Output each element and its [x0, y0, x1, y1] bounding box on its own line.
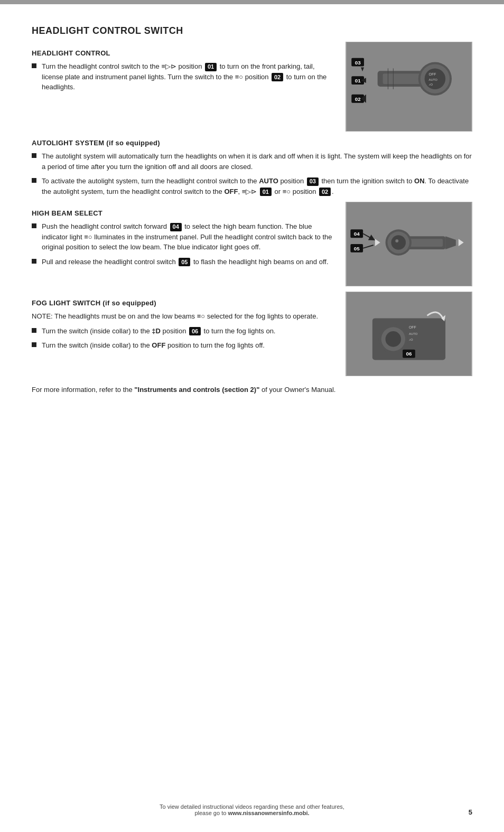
bullet-fl2: Turn the switch (inside collar) to the O…: [32, 340, 335, 351]
svg-text:02: 02: [355, 96, 361, 102]
bullet-hb1-text: Push the headlight control switch forwar…: [42, 221, 335, 253]
bullet-icon: [32, 178, 36, 183]
badge-05: 05: [179, 258, 190, 266]
bullet-hb2: Pull and release the headlight control s…: [32, 257, 335, 267]
bullet-hc1: Turn the headlight control switch to the…: [32, 61, 335, 92]
footer-website: www.nissanownersinfo.mobi.: [228, 810, 309, 816]
svg-text:♪O: ♪O: [409, 338, 413, 341]
svg-text:06: 06: [406, 351, 412, 357]
fog-note: NOTE: The headlights must be on and the …: [32, 311, 335, 322]
svg-point-26: [395, 239, 398, 242]
diagram-bottom: OFF AUTO ♪O 06: [346, 292, 472, 376]
svg-text:05: 05: [354, 246, 360, 251]
svg-text:AUTO: AUTO: [409, 332, 418, 335]
badge-04: 04: [170, 223, 182, 231]
bullet-icon: [32, 223, 36, 228]
footer: To view detailed instructional videos re…: [0, 803, 504, 816]
bullet-icon: [32, 328, 36, 333]
badge-02: 02: [272, 73, 283, 81]
bullet-icon: [32, 342, 36, 347]
bullet-hc1-text: Turn the headlight control switch to the…: [42, 61, 335, 92]
diagram-top: OFF AUTO ♪O 03 01: [346, 42, 472, 132]
bullet-al1-text: The autolight system will automatically …: [42, 151, 472, 172]
svg-text:AUTO: AUTO: [429, 78, 438, 81]
autolight-title: AUTOLIGHT SYSTEM (if so equipped): [32, 139, 472, 147]
badge-01b: 01: [260, 188, 272, 196]
page-number: 5: [469, 808, 472, 816]
bullet-fl1-text: Turn the switch (inside collar) to the ‡…: [42, 326, 335, 336]
bullet-hb1: Push the headlight control switch forwar…: [32, 221, 335, 253]
bullet-fl1: Turn the switch (inside collar) to the ‡…: [32, 326, 335, 336]
bullet-icon: [32, 259, 36, 264]
bullet-icon: [32, 63, 36, 68]
svg-text:04: 04: [354, 231, 360, 237]
footer-line2: please go to: [194, 810, 228, 816]
svg-text:♪O: ♪O: [429, 83, 433, 86]
badge-02b: 02: [319, 188, 331, 196]
svg-point-25: [391, 235, 406, 250]
diagram-mid: 04 05: [346, 202, 472, 286]
headlight-control-title: HEADLIGHT CONTROL: [32, 49, 335, 57]
bullet-fl2-text: Turn the switch (inside collar) to the O…: [42, 340, 335, 351]
svg-text:01: 01: [355, 78, 361, 83]
bullet-hb2-text: Pull and release the headlight control s…: [42, 257, 335, 267]
reference-text: For more information, refer to the "Inst…: [32, 385, 472, 395]
footer-line1: To view detailed instructional videos re…: [160, 803, 344, 810]
svg-text:OFF: OFF: [429, 72, 436, 76]
badge-03: 03: [307, 177, 319, 186]
fog-light-title: FOG LIGHT SWITCH (if so equipped): [32, 299, 335, 307]
badge-06: 06: [189, 327, 201, 335]
bullet-al2: To activate the autolight system, turn t…: [32, 176, 472, 197]
bullet-al2-text: To activate the autolight system, turn t…: [42, 176, 472, 197]
autolight-section: AUTOLIGHT SYSTEM (if so equipped) The au…: [32, 139, 472, 197]
svg-point-40: [386, 331, 402, 347]
svg-text:OFF: OFF: [409, 325, 416, 329]
bullet-al1: The autolight system will automatically …: [32, 151, 472, 172]
main-title: HEADLIGHT CONTROL SWITCH: [32, 25, 472, 36]
bullet-icon: [32, 153, 36, 158]
top-bar: [0, 0, 504, 4]
high-beam-title: HIGH BEAM SELECT: [32, 209, 335, 217]
svg-text:03: 03: [355, 60, 361, 66]
badge-01: 01: [205, 63, 217, 71]
